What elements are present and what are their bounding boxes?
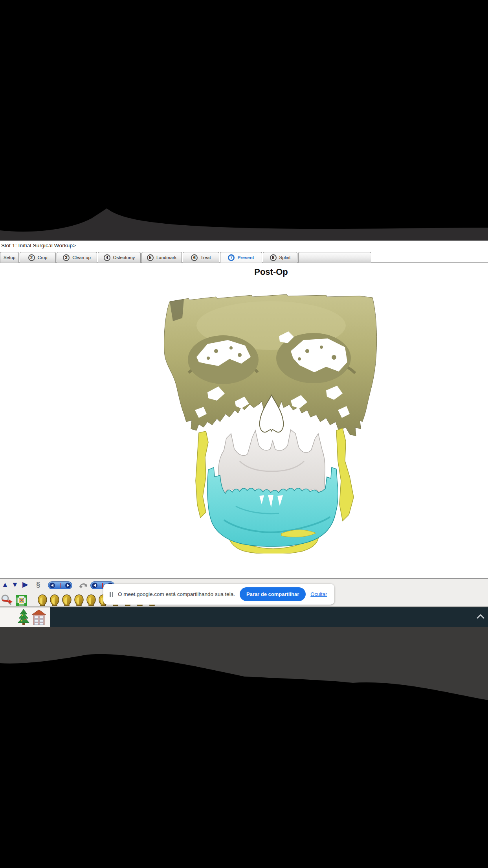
tab-treat[interactable]: 6Treat [183, 252, 219, 263]
christmas-tree-icon[interactable] [18, 609, 29, 625]
orientation-head-icon[interactable] [74, 594, 84, 606]
tab-osteotomy[interactable]: 4Osteotomy [98, 252, 141, 263]
hide-banner-link[interactable]: Ocultar [310, 591, 327, 597]
viewer-toolbar: ▲ ▼ ▶ § [0, 578, 488, 607]
view-title: Post-Op [54, 267, 488, 277]
pause-icon[interactable] [110, 592, 113, 597]
skull-3d-render[interactable] [161, 292, 381, 554]
orientation-head-icon[interactable] [37, 594, 48, 606]
tab-number: 2 [28, 254, 35, 261]
slider-right-arrow[interactable] [65, 583, 71, 588]
tab-strip-filler [298, 252, 371, 263]
window-title: Slot 1: Initial Surgical Workup> [1, 243, 76, 248]
orientation-head-icon[interactable] [62, 594, 72, 606]
tab-label: Present [237, 255, 254, 260]
tab-label: Treat [200, 255, 211, 260]
taskbar [0, 607, 488, 627]
tab-crop[interactable]: 2Crop [20, 252, 56, 263]
step-down-button[interactable]: ▼ [11, 580, 18, 589]
tab-landmark[interactable]: 5Landmark [141, 252, 182, 263]
tab-number: 6 [191, 254, 198, 261]
quick-launch-area [0, 607, 50, 627]
workflow-tab-bar: Setup 2Crop 3Clean-up 4Osteotomy 5Landma… [0, 251, 372, 263]
step-up-button[interactable]: ▲ [2, 580, 9, 589]
slider-center-tick [102, 583, 103, 588]
tab-present[interactable]: 7Present [220, 252, 262, 263]
orientation-head-icon[interactable] [86, 594, 96, 606]
video-letterbox-bottom-wave [0, 627, 488, 706]
tab-splint[interactable]: 8Splint [263, 252, 297, 263]
stop-sharing-button[interactable]: Parar de compartilhar [240, 587, 306, 601]
house-icon[interactable] [31, 609, 46, 625]
tab-label: Clean-up [72, 255, 91, 260]
meet-share-banner: O meet.google.com está compartilhando su… [103, 584, 334, 605]
fit-to-window-icon[interactable] [16, 594, 28, 606]
chain-link-icon[interactable]: § [36, 580, 40, 589]
slider-left-arrow[interactable] [50, 583, 55, 588]
tab-number: 7 [228, 254, 235, 261]
tab-label: Osteotomy [113, 255, 135, 260]
tab-label: Splint [279, 255, 291, 260]
tab-number: 3 [63, 254, 70, 261]
surgical-planning-window: Slot 1: Initial Surgical Workup> Setup 2… [0, 241, 488, 578]
tab-setup[interactable]: Setup [0, 252, 19, 263]
slider-left-arrow[interactable] [92, 583, 97, 588]
tab-label: Crop [38, 255, 48, 260]
tab-clean-up[interactable]: 3Clean-up [57, 252, 97, 263]
tab-label: Setup [4, 255, 15, 260]
slider-center-tick [60, 583, 61, 588]
tray-chevron-icon[interactable] [476, 613, 485, 620]
rotation-slider[interactable] [48, 581, 72, 589]
tab-number: 4 [104, 254, 110, 261]
twist-tool-icon[interactable] [78, 580, 88, 590]
video-letterbox-top-wave [0, 197, 488, 241]
tab-label: Landmark [156, 255, 176, 260]
tab-number: 5 [147, 254, 154, 261]
tab-number: 8 [270, 254, 277, 261]
orientation-head-icon[interactable] [50, 594, 60, 606]
zoom-tool-icon[interactable] [1, 594, 13, 607]
share-message: O meet.google.com está compartilhando su… [118, 591, 235, 597]
play-forward-button[interactable]: ▶ [22, 580, 28, 589]
